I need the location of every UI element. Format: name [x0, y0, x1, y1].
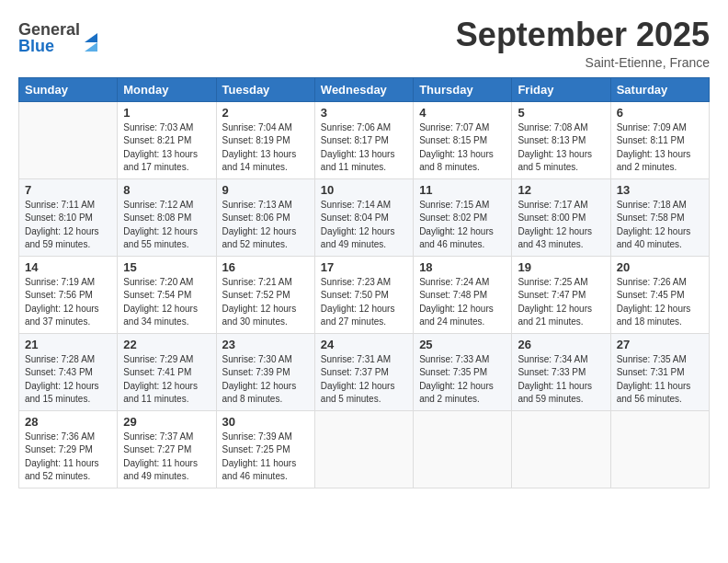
logo: General Blue — [18, 17, 101, 61]
day-info: Sunrise: 7:28 AMSunset: 7:43 PMDaylight:… — [25, 353, 111, 407]
table-row: 30Sunrise: 7:39 AMSunset: 7:25 PMDayligh… — [216, 410, 314, 488]
table-row: 1Sunrise: 7:03 AMSunset: 8:21 PMDaylight… — [118, 101, 216, 178]
table-row: 7Sunrise: 7:11 AMSunset: 8:10 PMDaylight… — [19, 178, 118, 256]
table-row: 16Sunrise: 7:21 AMSunset: 7:52 PMDayligh… — [216, 256, 314, 333]
svg-text:General: General — [18, 20, 80, 39]
calendar-week-row: 7Sunrise: 7:11 AMSunset: 8:10 PMDaylight… — [19, 178, 710, 256]
day-number: 1 — [123, 106, 210, 120]
day-info: Sunrise: 7:18 AMSunset: 7:58 PMDaylight:… — [617, 199, 703, 252]
svg-marker-3 — [85, 42, 97, 52]
title-block: September 2025 Saint-Etienne, France — [456, 17, 710, 70]
day-number: 17 — [321, 260, 407, 274]
day-info: Sunrise: 7:13 AMSunset: 8:06 PMDaylight:… — [222, 199, 309, 252]
col-tuesday: Tuesday — [216, 77, 314, 101]
day-info: Sunrise: 7:08 AMSunset: 8:13 PMDaylight:… — [518, 121, 604, 175]
day-info: Sunrise: 7:11 AMSunset: 8:10 PMDaylight:… — [25, 199, 111, 252]
day-number: 10 — [321, 183, 407, 197]
day-number: 30 — [222, 415, 309, 429]
day-number: 8 — [123, 183, 210, 197]
col-wednesday: Wednesday — [314, 77, 413, 101]
table-row: 10Sunrise: 7:14 AMSunset: 8:04 PMDayligh… — [314, 178, 413, 256]
day-info: Sunrise: 7:37 AMSunset: 7:27 PMDaylight:… — [123, 431, 210, 484]
table-row: 4Sunrise: 7:07 AMSunset: 8:15 PMDaylight… — [414, 101, 512, 178]
table-row: 28Sunrise: 7:36 AMSunset: 7:29 PMDayligh… — [19, 410, 118, 488]
day-number: 12 — [518, 183, 604, 197]
table-row — [19, 101, 118, 178]
table-row: 11Sunrise: 7:15 AMSunset: 8:02 PMDayligh… — [414, 178, 512, 256]
day-info: Sunrise: 7:24 AMSunset: 7:48 PMDaylight:… — [419, 276, 506, 329]
day-number: 16 — [222, 260, 309, 274]
table-row: 3Sunrise: 7:06 AMSunset: 8:17 PMDaylight… — [314, 101, 413, 178]
table-row: 18Sunrise: 7:24 AMSunset: 7:48 PMDayligh… — [414, 256, 512, 333]
day-number: 28 — [25, 415, 111, 429]
month-title: September 2025 — [456, 17, 710, 53]
calendar-week-row: 21Sunrise: 7:28 AMSunset: 7:43 PMDayligh… — [19, 333, 710, 410]
table-row: 14Sunrise: 7:19 AMSunset: 7:56 PMDayligh… — [19, 256, 118, 333]
day-number: 20 — [617, 260, 703, 274]
table-row: 9Sunrise: 7:13 AMSunset: 8:06 PMDaylight… — [216, 178, 314, 256]
table-row: 17Sunrise: 7:23 AMSunset: 7:50 PMDayligh… — [314, 256, 413, 333]
table-row: 25Sunrise: 7:33 AMSunset: 7:35 PMDayligh… — [414, 333, 512, 410]
day-number: 25 — [419, 338, 506, 351]
table-row: 24Sunrise: 7:31 AMSunset: 7:37 PMDayligh… — [314, 333, 413, 410]
col-sunday: Sunday — [19, 77, 118, 101]
table-row: 15Sunrise: 7:20 AMSunset: 7:54 PMDayligh… — [118, 256, 216, 333]
day-info: Sunrise: 7:17 AMSunset: 8:00 PMDaylight:… — [518, 199, 604, 252]
page-header: General Blue September 2025 Saint-Etienn… — [18, 17, 710, 70]
calendar-week-row: 28Sunrise: 7:36 AMSunset: 7:29 PMDayligh… — [19, 410, 710, 488]
calendar-week-row: 14Sunrise: 7:19 AMSunset: 7:56 PMDayligh… — [19, 256, 710, 333]
table-row: 5Sunrise: 7:08 AMSunset: 8:13 PMDaylight… — [512, 101, 610, 178]
day-info: Sunrise: 7:31 AMSunset: 7:37 PMDaylight:… — [321, 353, 407, 407]
day-info: Sunrise: 7:39 AMSunset: 7:25 PMDaylight:… — [222, 431, 309, 484]
day-number: 29 — [123, 415, 210, 429]
day-number: 11 — [419, 183, 506, 197]
day-info: Sunrise: 7:21 AMSunset: 7:52 PMDaylight:… — [222, 276, 309, 329]
day-info: Sunrise: 7:20 AMSunset: 7:54 PMDaylight:… — [123, 276, 210, 329]
day-number: 2 — [222, 106, 309, 120]
day-info: Sunrise: 7:25 AMSunset: 7:47 PMDaylight:… — [518, 276, 604, 329]
table-row: 8Sunrise: 7:12 AMSunset: 8:08 PMDaylight… — [118, 178, 216, 256]
table-row: 13Sunrise: 7:18 AMSunset: 7:58 PMDayligh… — [610, 178, 709, 256]
day-info: Sunrise: 7:07 AMSunset: 8:15 PMDaylight:… — [419, 121, 506, 175]
day-number: 4 — [419, 106, 506, 120]
day-info: Sunrise: 7:12 AMSunset: 8:08 PMDaylight:… — [123, 199, 210, 252]
day-info: Sunrise: 7:04 AMSunset: 8:19 PMDaylight:… — [222, 121, 309, 175]
day-info: Sunrise: 7:30 AMSunset: 7:39 PMDaylight:… — [222, 353, 309, 407]
col-monday: Monday — [118, 77, 216, 101]
day-number: 27 — [617, 338, 703, 351]
location: Saint-Etienne, France — [456, 55, 710, 70]
day-number: 13 — [617, 183, 703, 197]
day-info: Sunrise: 7:34 AMSunset: 7:33 PMDaylight:… — [518, 353, 604, 407]
day-number: 19 — [518, 260, 604, 274]
day-number: 18 — [419, 260, 506, 274]
day-number: 21 — [25, 338, 111, 351]
day-number: 23 — [222, 338, 309, 351]
table-row: 22Sunrise: 7:29 AMSunset: 7:41 PMDayligh… — [118, 333, 216, 410]
day-number: 15 — [123, 260, 210, 274]
table-row: 6Sunrise: 7:09 AMSunset: 8:11 PMDaylight… — [610, 101, 709, 178]
table-row: 27Sunrise: 7:35 AMSunset: 7:31 PMDayligh… — [610, 333, 709, 410]
table-row: 23Sunrise: 7:30 AMSunset: 7:39 PMDayligh… — [216, 333, 314, 410]
svg-marker-2 — [85, 33, 97, 42]
day-number: 22 — [123, 338, 210, 351]
col-saturday: Saturday — [610, 77, 709, 101]
day-info: Sunrise: 7:33 AMSunset: 7:35 PMDaylight:… — [419, 353, 506, 407]
table-row: 2Sunrise: 7:04 AMSunset: 8:19 PMDaylight… — [216, 101, 314, 178]
day-info: Sunrise: 7:14 AMSunset: 8:04 PMDaylight:… — [321, 199, 407, 252]
calendar-header-row: Sunday Monday Tuesday Wednesday Thursday… — [19, 77, 710, 101]
day-number: 6 — [617, 106, 703, 120]
day-info: Sunrise: 7:15 AMSunset: 8:02 PMDaylight:… — [419, 199, 506, 252]
calendar-page: General Blue September 2025 Saint-Etienn… — [0, 0, 728, 563]
day-number: 26 — [518, 338, 604, 351]
day-info: Sunrise: 7:35 AMSunset: 7:31 PMDaylight:… — [617, 353, 703, 407]
table-row: 21Sunrise: 7:28 AMSunset: 7:43 PMDayligh… — [19, 333, 118, 410]
day-info: Sunrise: 7:19 AMSunset: 7:56 PMDaylight:… — [25, 276, 111, 329]
day-info: Sunrise: 7:36 AMSunset: 7:29 PMDaylight:… — [25, 431, 111, 484]
col-thursday: Thursday — [414, 77, 512, 101]
day-info: Sunrise: 7:29 AMSunset: 7:41 PMDaylight:… — [123, 353, 210, 407]
table-row: 19Sunrise: 7:25 AMSunset: 7:47 PMDayligh… — [512, 256, 610, 333]
table-row — [314, 410, 413, 488]
calendar-week-row: 1Sunrise: 7:03 AMSunset: 8:21 PMDaylight… — [19, 101, 710, 178]
day-number: 7 — [25, 183, 111, 197]
table-row — [610, 410, 709, 488]
